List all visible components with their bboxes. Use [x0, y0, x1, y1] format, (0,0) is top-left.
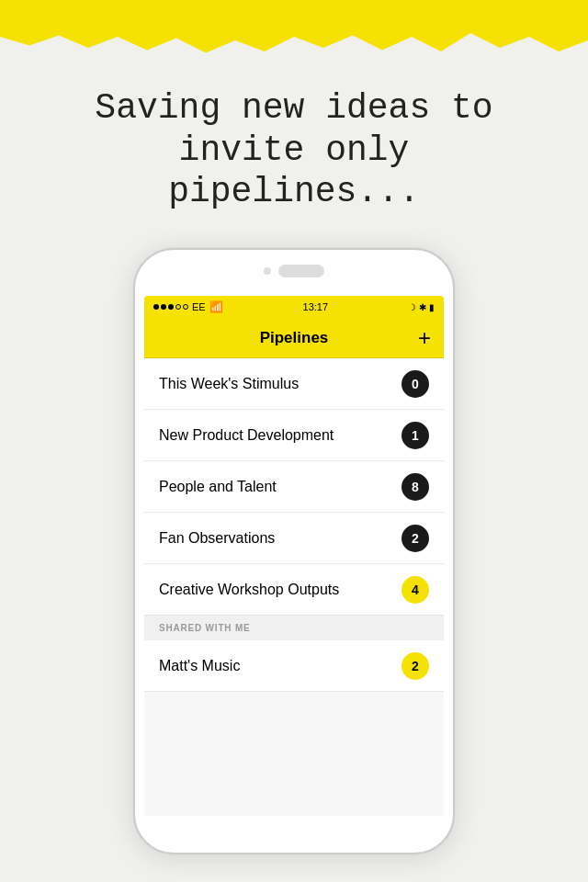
shared-pipeline-name-1: Matt's Music: [159, 658, 240, 674]
status-time: 13:17: [303, 301, 329, 312]
pipeline-item-5[interactable]: Creative Workshop Outputs 4: [144, 564, 444, 616]
pipeline-badge-5: 4: [401, 576, 429, 604]
headline-line1: Saving new ideas to: [95, 88, 492, 128]
headline: Saving new ideas to invite only pipeline…: [64, 87, 524, 213]
phone-top-details: [264, 265, 324, 277]
status-bar-left: EE 📶: [153, 300, 223, 313]
signal-dot-2: [161, 304, 166, 310]
phone-side-button-bottom: [133, 411, 134, 447]
pipeline-list: This Week's Stimulus 0 New Product Devel…: [144, 358, 444, 616]
pipeline-name-4: Fan Observations: [159, 530, 275, 547]
pipeline-name-5: Creative Workshop Outputs: [159, 582, 339, 598]
pipeline-item-2[interactable]: New Product Development 1: [144, 410, 444, 461]
pipeline-item-3[interactable]: People and Talent 8: [144, 461, 444, 513]
moon-icon: ☽: [408, 302, 416, 312]
torn-paper-top: [0, 0, 588, 74]
wifi-icon: 📶: [209, 300, 223, 313]
signal-dot-5: [183, 304, 188, 310]
phone-mockup: EE 📶 13:17 ☽ ✱ ▮ Pipelines + This Week's…: [133, 248, 455, 854]
pipeline-name-3: People and Talent: [159, 479, 277, 495]
shared-pipeline-badge-1: 2: [401, 652, 429, 680]
pipeline-name-2: New Product Development: [159, 427, 334, 444]
nav-bar: Pipelines +: [144, 318, 444, 358]
battery-icon: ▮: [429, 302, 435, 312]
shared-pipeline-list: Matt's Music 2: [144, 640, 444, 692]
signal-dot-3: [168, 304, 174, 310]
shared-section-label: SHARED WITH ME: [159, 623, 251, 633]
pipeline-badge-2: 1: [401, 422, 429, 449]
pipeline-badge-4: 2: [401, 525, 429, 552]
phone-side-button-right: [454, 388, 455, 438]
signal-dot-1: [153, 304, 159, 310]
carrier-label: EE: [192, 301, 206, 312]
signal-dot-4: [175, 304, 181, 310]
signal-dots: [153, 304, 188, 310]
pipeline-badge-3: 8: [401, 473, 429, 501]
pipeline-badge-1: 0: [401, 370, 429, 398]
add-pipeline-button[interactable]: +: [418, 325, 431, 351]
phone-side-button-top: [133, 360, 134, 397]
shared-pipeline-item-1[interactable]: Matt's Music 2: [144, 640, 444, 692]
headline-line2: invite only pipelines...: [168, 130, 420, 212]
pipeline-item-4[interactable]: Fan Observations 2: [144, 513, 444, 564]
pipeline-item-1[interactable]: This Week's Stimulus 0: [144, 358, 444, 410]
nav-title: Pipelines: [260, 329, 329, 347]
pipeline-name-1: This Week's Stimulus: [159, 376, 299, 392]
bluetooth-icon: ✱: [419, 302, 426, 312]
status-bar: EE 📶 13:17 ☽ ✱ ▮: [144, 296, 444, 318]
phone-screen: EE 📶 13:17 ☽ ✱ ▮ Pipelines + This Week's…: [144, 296, 444, 816]
shared-section-header: SHARED WITH ME: [144, 616, 444, 640]
phone-speaker: [278, 265, 324, 277]
phone-camera: [264, 267, 271, 275]
status-bar-right: ☽ ✱ ▮: [408, 302, 435, 312]
